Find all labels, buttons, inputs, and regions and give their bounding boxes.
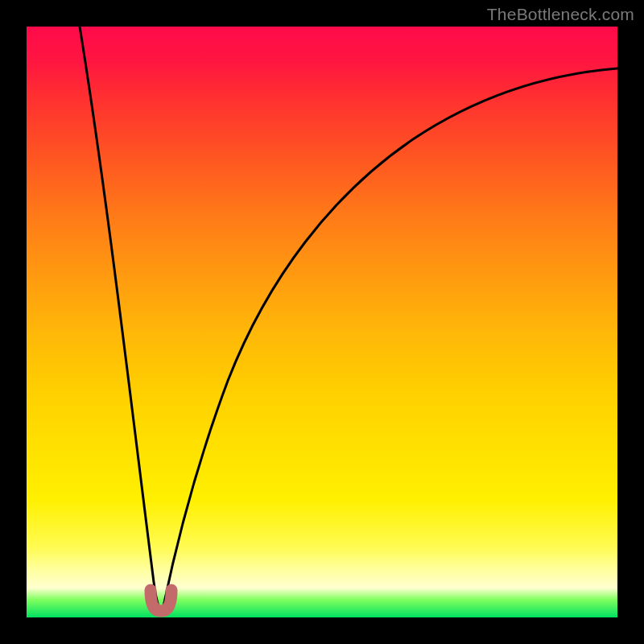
watermark-text: TheBottleneck.com xyxy=(487,5,634,24)
chart-frame: TheBottleneck.com xyxy=(0,0,644,644)
plot-area xyxy=(27,27,617,617)
curve-left-branch xyxy=(80,27,159,606)
curve-right-branch xyxy=(163,68,617,606)
minimum-marker xyxy=(151,590,171,611)
bottleneck-curve xyxy=(27,27,617,617)
